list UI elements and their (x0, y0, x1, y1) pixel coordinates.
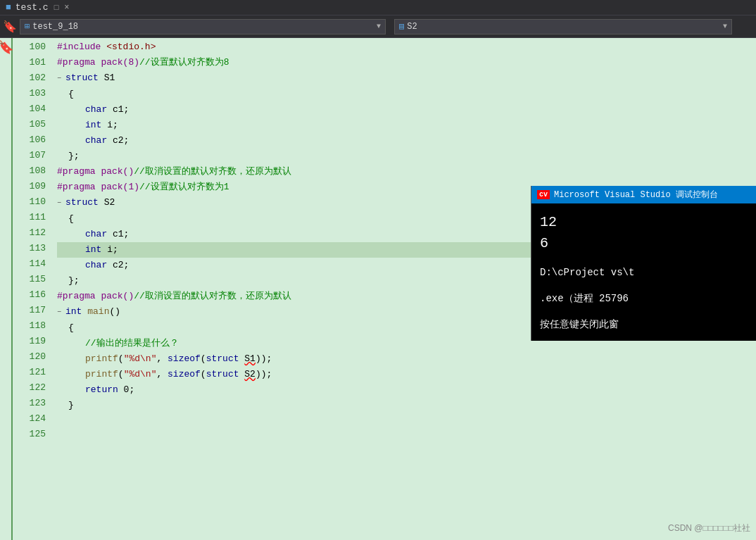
token: , (156, 369, 168, 379)
token: () (109, 306, 120, 317)
token: S2 (244, 369, 256, 379)
line-number: 105 (13, 117, 46, 132)
code-line: printf("%d\n", sizeof(struct S1)); (57, 351, 756, 367)
line-number: 112 (13, 225, 46, 241)
console-output-1: 12 (540, 212, 748, 233)
line-number: 117 (13, 303, 46, 318)
code-line: #include <stdio.h> (57, 39, 756, 55)
token: 0; (118, 384, 134, 395)
line-number: 118 (13, 318, 46, 334)
token: ( (118, 369, 124, 379)
token: )); (256, 369, 272, 379)
code-line: char c1; (57, 102, 756, 118)
token: c2; (107, 135, 129, 146)
token: "%d\n" (124, 353, 157, 364)
code-line: #pragma pack()//取消设置的默认对齐数，还原为默认 (57, 164, 756, 180)
bookmark-indicator: 🔖 (3, 20, 17, 34)
csdn-watermark: CSDN @□□□□□□社社 (668, 522, 750, 534)
token: { (68, 322, 74, 333)
file-tab-label[interactable]: test.c (15, 2, 49, 13)
console-path-2: .exe（进程 25796 (540, 291, 748, 306)
line-number: 109 (13, 179, 46, 194)
file-tab-icon: ■ (6, 2, 11, 13)
bookmark-gutter-icon: 🔖 (0, 39, 13, 55)
line-number: 108 (13, 163, 46, 179)
token: int (65, 306, 82, 317)
token: char (85, 135, 107, 146)
line-number: 102 (13, 70, 46, 86)
token: struct (65, 197, 99, 208)
token: main (82, 306, 109, 317)
collapse-toggle[interactable]: − (57, 199, 65, 207)
code-line: #pragma pack(8)//设置默认对齐数为8 (57, 55, 756, 70)
code-line: }; (57, 149, 756, 164)
token: }; (68, 275, 80, 286)
line-number: 114 (13, 256, 46, 272)
console-path-3: 按任意键关闭此窗 (540, 318, 748, 332)
line-number: 111 (13, 210, 46, 225)
function-icon: ⊞ (25, 21, 30, 32)
token: #include (57, 42, 106, 52)
token: sizeof (168, 369, 201, 379)
line-number: 120 (13, 349, 46, 365)
line-number: 106 (13, 132, 46, 148)
token: , (156, 353, 168, 364)
token: S2 (99, 197, 115, 208)
code-line: printf("%d\n", sizeof(struct S2)); (57, 367, 756, 382)
token: //输出的结果是什么？ (85, 338, 179, 349)
token: ( (118, 353, 124, 364)
code-line: } (57, 398, 756, 413)
token: i; (101, 120, 118, 130)
collapse-toggle[interactable]: − (57, 75, 65, 82)
close-icon[interactable]: × (64, 3, 69, 13)
token: #pragma pack() (57, 166, 134, 177)
token: struct (206, 369, 239, 379)
tab-area: ■ test.c □ × (6, 2, 69, 13)
line-number: 113 (13, 241, 46, 256)
gutter: 🔖 (0, 38, 13, 540)
line-number: 123 (13, 396, 46, 411)
token: int (85, 120, 101, 130)
editor-container: 🔖 10010110210310410510610710810911011111… (0, 38, 756, 540)
token: //设置默认对齐数为1 (139, 182, 229, 192)
token: { (68, 213, 74, 224)
token: i; (101, 244, 118, 255)
token: //取消设置的默认对齐数，还原为默认 (134, 166, 291, 177)
title-bar: ■ test.c □ × (0, 0, 756, 15)
token: int (85, 244, 101, 255)
line-number: 103 (13, 86, 46, 101)
code-line: − struct S1 (57, 70, 756, 87)
console-title-text: Microsoft Visual Studio 调试控制台 (554, 189, 718, 201)
line-number: 110 (13, 194, 46, 210)
token: return (85, 384, 118, 395)
line-number: 125 (13, 427, 46, 442)
token: c1; (107, 104, 129, 115)
function-dropdown[interactable]: ⊞ test_9_18 ▼ (20, 19, 386, 34)
token: S1 (99, 73, 115, 83)
token: char (85, 260, 107, 270)
token: //设置默认对齐数为8 (139, 57, 229, 68)
code-line: int i; (57, 118, 756, 133)
line-number: 107 (13, 148, 46, 163)
code-line (57, 413, 756, 429)
token: ( (201, 369, 206, 379)
line-number: 100 (13, 39, 46, 55)
line-number: 124 (13, 411, 46, 427)
symbol-dropdown[interactable]: ▤ S2 ▼ (394, 19, 732, 34)
collapse-toggle[interactable]: − (57, 308, 65, 316)
token: sizeof (168, 353, 201, 364)
console-output-2: 6 (540, 233, 748, 254)
token: <stdio.h> (106, 42, 156, 52)
toolbar: 🔖 ⊞ test_9_18 ▼ ▤ S2 ▼ (0, 15, 756, 38)
token: printf (85, 353, 118, 364)
token: char (85, 104, 107, 115)
token: #pragma pack(8) (57, 57, 139, 68)
token: S1 (244, 353, 256, 364)
dropdown-arrow-left: ▼ (377, 23, 381, 30)
line-numbers: 1001011021031041051061071081091101111121… (13, 38, 51, 540)
line-number: 101 (13, 55, 46, 70)
pin-icon[interactable]: □ (54, 4, 59, 12)
dropdown-arrow-right: ▼ (723, 23, 727, 30)
token: struct (65, 73, 99, 83)
function-label: test_9_18 (32, 22, 374, 32)
